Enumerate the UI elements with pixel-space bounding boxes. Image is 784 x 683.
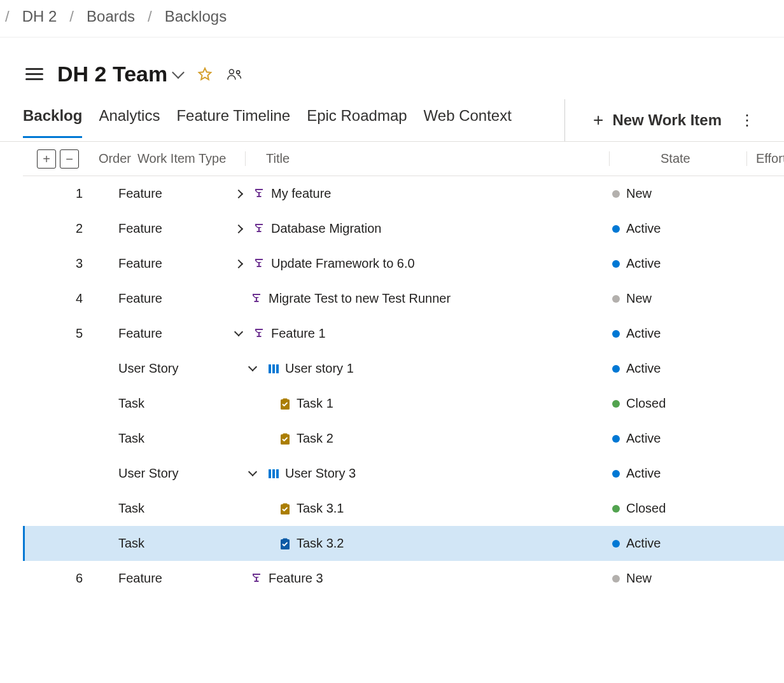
- state-label: New: [626, 291, 652, 306]
- cell-order: 6: [23, 571, 118, 586]
- table-body: 1FeatureMy featureNew2FeatureDatabase Mi…: [23, 176, 784, 596]
- tab-analytics[interactable]: Analytics: [99, 103, 160, 138]
- work-item-title[interactable]: Task 3.1: [297, 501, 344, 516]
- tab-backlog[interactable]: Backlog: [23, 103, 82, 138]
- breadcrumb-item[interactable]: DH 2: [22, 8, 57, 25]
- cell-title: Feature 3: [227, 571, 610, 586]
- table-row[interactable]: TaskTask 3.1Closed: [23, 491, 784, 526]
- collapse-all-button[interactable]: −: [60, 149, 79, 169]
- chevron-down-icon[interactable]: [232, 327, 246, 341]
- cell-state: Closed: [610, 501, 747, 516]
- table-row[interactable]: 2FeatureDatabase MigrationActive: [23, 211, 784, 246]
- people-icon[interactable]: [227, 68, 242, 81]
- cell-state: New: [610, 291, 747, 306]
- team-picker[interactable]: DH 2 Team: [57, 62, 183, 86]
- svg-point-0: [230, 69, 234, 74]
- table-row[interactable]: TaskTask 2Active: [23, 421, 784, 456]
- cell-title: User Story 3: [227, 466, 610, 481]
- new-work-item-button[interactable]: + New Work Item: [593, 111, 722, 129]
- state-dot-icon: [612, 400, 620, 408]
- work-item-title[interactable]: Task 2: [297, 431, 333, 446]
- state-dot-icon: [612, 260, 620, 268]
- cell-order: 3: [23, 256, 118, 271]
- trophy-icon: [251, 293, 263, 305]
- tab-epic-roadmap[interactable]: Epic Roadmap: [307, 103, 407, 138]
- column-header-state[interactable]: State: [610, 151, 747, 166]
- new-work-item-label: New Work Item: [612, 111, 722, 129]
- hamburger-icon[interactable]: [25, 68, 43, 80]
- cell-type: Feature: [118, 291, 227, 306]
- breadcrumb-item[interactable]: Boards: [87, 8, 135, 25]
- work-item-title[interactable]: Task 1: [297, 396, 333, 411]
- state-label: Active: [626, 466, 661, 481]
- work-item-title[interactable]: Feature 1: [271, 326, 326, 341]
- trophy-icon: [253, 223, 266, 235]
- state-dot-icon: [612, 575, 620, 583]
- cell-title: Task 2: [227, 431, 610, 446]
- breadcrumb-sep: /: [5, 8, 10, 25]
- table-row[interactable]: 1FeatureMy featureNew: [23, 176, 784, 211]
- work-item-title[interactable]: User story 1: [285, 361, 354, 376]
- chevron-right-icon[interactable]: [232, 257, 246, 271]
- cell-state: Active: [610, 361, 747, 376]
- cell-state: Active: [610, 256, 747, 271]
- column-header-order[interactable]: Order: [88, 151, 137, 166]
- work-item-title[interactable]: Update Framework to 6.0: [271, 256, 415, 271]
- svg-rect-9: [269, 469, 271, 478]
- table-row[interactable]: User StoryUser story 1Active: [23, 351, 784, 386]
- chevron-down-icon[interactable]: [246, 362, 260, 376]
- svg-rect-10: [272, 469, 275, 478]
- chevron-right-icon[interactable]: [232, 222, 246, 236]
- cell-title: User story 1: [227, 361, 610, 376]
- cell-type: Task: [118, 501, 227, 516]
- tab-feature-timeline[interactable]: Feature Timeline: [176, 103, 290, 138]
- cell-state: New: [610, 571, 747, 586]
- work-item-title[interactable]: User Story 3: [285, 466, 356, 481]
- state-label: Active: [626, 361, 661, 376]
- cell-order: 2: [23, 221, 118, 236]
- svg-rect-4: [276, 364, 279, 373]
- expand-all-button[interactable]: +: [37, 149, 56, 169]
- cell-type: Feature: [118, 571, 227, 586]
- cell-type: Feature: [118, 326, 227, 341]
- cell-type: User Story: [118, 466, 227, 481]
- pivot-tabs: BacklogAnalyticsFeature TimelineEpic Roa…: [23, 103, 564, 138]
- more-actions-icon[interactable]: ⋮: [733, 111, 761, 129]
- cell-type: User Story: [118, 361, 227, 376]
- favorite-star-icon[interactable]: [197, 66, 213, 83]
- page-header: DH 2 Team: [0, 38, 784, 99]
- trophy-icon: [253, 188, 266, 200]
- work-item-title[interactable]: Database Migration: [271, 221, 381, 236]
- table-row[interactable]: User StoryUser Story 3Active: [23, 456, 784, 491]
- state-label: Closed: [626, 501, 666, 516]
- chevron-down-icon: [172, 66, 185, 79]
- state-label: Closed: [626, 396, 666, 411]
- column-header-type[interactable]: Work Item Type: [137, 151, 246, 166]
- breadcrumb-sep: /: [148, 8, 152, 25]
- work-item-title[interactable]: Migrate Test to new Test Runner: [269, 291, 451, 306]
- cell-order: 4: [23, 291, 118, 306]
- clipboard-check-icon: [279, 502, 291, 515]
- work-item-title[interactable]: Task 3.2: [297, 536, 344, 551]
- table-header: + − Order Work Item Type Title State Eff…: [23, 142, 784, 176]
- table-row[interactable]: 5FeatureFeature 1Active: [23, 316, 784, 351]
- table-row[interactable]: TaskTask 1Closed: [23, 386, 784, 421]
- work-item-title[interactable]: My feature: [271, 186, 331, 201]
- column-header-effort[interactable]: Effort: [747, 151, 784, 166]
- cell-title: Update Framework to 6.0: [227, 256, 610, 271]
- table-row[interactable]: 6FeatureFeature 3New: [23, 561, 784, 596]
- clipboard-check-icon: [279, 537, 291, 550]
- state-dot-icon: [612, 295, 620, 303]
- table-row[interactable]: 4FeatureMigrate Test to new Test RunnerN…: [23, 281, 784, 316]
- column-header-title[interactable]: Title: [246, 151, 610, 166]
- table-row[interactable]: TaskTask 3.2Active: [23, 526, 784, 561]
- chevron-down-icon[interactable]: [246, 467, 260, 481]
- work-item-title[interactable]: Feature 3: [269, 571, 323, 586]
- table-row[interactable]: 3FeatureUpdate Framework to 6.0Active: [23, 246, 784, 281]
- tab-web-context[interactable]: Web Context: [424, 103, 512, 138]
- svg-rect-8: [283, 433, 288, 436]
- chevron-right-icon[interactable]: [232, 187, 246, 201]
- state-label: Active: [626, 221, 661, 236]
- page-title: DH 2 Team: [57, 62, 167, 86]
- breadcrumb-item[interactable]: Backlogs: [165, 8, 227, 25]
